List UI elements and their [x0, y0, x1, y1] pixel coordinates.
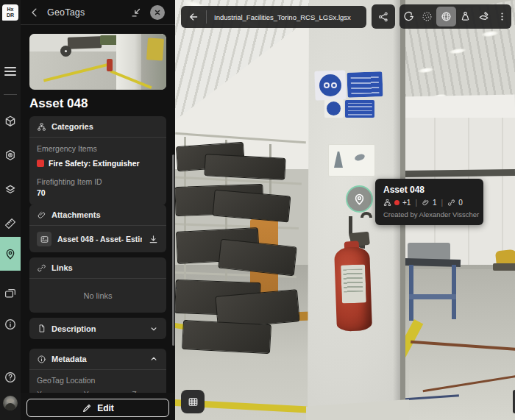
panel-bottom-bar: Edit	[21, 393, 175, 420]
walkthrough-pegman-button[interactable]	[457, 8, 475, 26]
scene-bench-shelf	[409, 294, 456, 299]
collections-icon[interactable]	[3, 286, 18, 301]
tooltip-link-count: 0	[458, 199, 463, 207]
scene-rack-part	[213, 190, 291, 223]
thumb-scan-target-dot	[65, 50, 67, 52]
tooltip-separator: |	[440, 199, 445, 207]
document-icon	[37, 324, 46, 333]
geotag-location-label: GeoTag Location	[37, 376, 159, 385]
scene-sign-text-blue	[347, 71, 383, 98]
attachments-header[interactable]: Attachments	[29, 204, 166, 226]
geotag-panel: GeoTags Asset 048	[21, 0, 175, 420]
tooltip-link-icon	[447, 199, 455, 207]
scene-sign-goggles-lens	[324, 82, 330, 88]
nav-rail: Hx DR	[0, 0, 21, 420]
chevron-up-icon[interactable]	[149, 354, 159, 364]
capture-360-icon[interactable]	[3, 148, 18, 163]
table-view-button[interactable]	[181, 390, 205, 413]
thumb-floor-line	[43, 62, 113, 82]
paperclip-icon	[37, 210, 46, 220]
more-options-kebab[interactable]	[493, 8, 511, 26]
user-avatar[interactable]	[3, 396, 18, 410]
category-item-label: Fire Safety: Extinguisher	[49, 159, 140, 168]
tooltip-paperclip-icon	[422, 199, 430, 207]
download-icon[interactable]	[148, 234, 159, 245]
help-icon[interactable]	[3, 370, 18, 385]
scene-bench-leg	[452, 265, 456, 319]
tooltip-category-extra: +1	[402, 199, 411, 207]
thumb-shelf-yellow	[146, 38, 164, 60]
category-group-label: Emergency Items	[37, 144, 159, 153]
orbit-view-button[interactable]	[400, 8, 418, 26]
tooltip-attachment-count: 1	[433, 199, 437, 207]
pointcloud-view-button[interactable]	[418, 8, 436, 26]
panel-title: GeoTags	[47, 7, 85, 18]
attachments-header-label: Attachments	[52, 210, 101, 219]
scene-sign-instructions	[328, 144, 375, 177]
category-item[interactable]: Fire Safety: Extinguisher	[37, 156, 159, 169]
viewport-3d[interactable]: Asset 048 +1 | 1 | 0 Created by Alexande…	[175, 0, 515, 420]
geotags-pin-selected[interactable]	[0, 237, 21, 271]
geotags-pin-icon	[3, 246, 18, 261]
back-arrow-icon[interactable]	[181, 6, 206, 28]
scene-sign-goggles	[319, 74, 341, 96]
hxdr-logo-line2: DR	[2, 13, 18, 18]
geotag-marker[interactable]	[346, 185, 373, 213]
tooltip-created-by: Created by Alexander Visscher	[383, 210, 475, 218]
scene-yellow-equipment-base	[493, 263, 515, 271]
info-icon[interactable]	[3, 317, 18, 332]
close-icon[interactable]	[150, 5, 165, 20]
projects-cube-icon[interactable]	[3, 114, 18, 129]
attachment-row[interactable]: Asset 048 - Asset- Estintore ...	[29, 226, 166, 252]
asset-tooltip[interactable]: Asset 048 +1 | 1 | 0 Created by Alexande…	[375, 179, 483, 225]
scene-sign-goggles-lens	[331, 82, 337, 88]
categories-body: Emergency Items Fire Safety: Extinguishe…	[29, 138, 166, 205]
mesh-edit-button[interactable]	[475, 8, 493, 26]
description-header[interactable]: Description	[29, 318, 166, 339]
layers-icon[interactable]	[3, 182, 18, 197]
categories-header-label: Categories	[52, 122, 93, 131]
scene-sign-shoe	[327, 102, 341, 115]
edit-button[interactable]: Edit	[26, 399, 169, 417]
category-color-swatch	[37, 160, 44, 167]
collapse-icon[interactable]	[129, 6, 143, 19]
share-button[interactable]	[372, 4, 395, 29]
panel-scrollbar[interactable]	[172, 154, 174, 346]
categories-icon	[37, 122, 46, 132]
chevron-down-icon[interactable]	[149, 324, 159, 334]
tooltip-categories-icon	[383, 199, 391, 207]
metadata-header-label: Metadata	[52, 355, 87, 363]
links-header[interactable]: Links	[29, 257, 166, 279]
scene-rack-part	[182, 320, 271, 354]
firefighting-id-label: Firefighting Item ID	[37, 177, 159, 186]
textured-mesh-view-button[interactable]	[436, 7, 456, 26]
edit-button-label: Edit	[97, 403, 114, 413]
tooltip-category-dot	[394, 200, 399, 205]
file-bar: Industrial_Facilities_Torino_RCS_LGSx.lg…	[181, 6, 366, 28]
tooltip-meta-row: +1 | 1 | 0	[383, 199, 475, 207]
tooltip-separator: |	[413, 199, 419, 207]
hxdr-logo[interactable]: Hx DR	[2, 4, 18, 21]
asset-title: Asset 048	[29, 96, 88, 111]
geotag-thumbnail[interactable]	[29, 34, 166, 90]
image-file-icon	[37, 232, 52, 246]
hxdr-logo-line1: Hx	[2, 7, 18, 13]
menu-icon[interactable]	[4, 67, 16, 76]
view-toolbar	[399, 4, 511, 29]
thumb-extinguisher	[107, 59, 113, 71]
back-icon[interactable]	[28, 6, 41, 19]
scene-bench-leg	[409, 265, 413, 321]
rail-divider	[4, 94, 17, 95]
metadata-info-icon	[37, 355, 46, 364]
attachments-card: Attachments Asset 048 - Asset- Estintore…	[29, 204, 166, 252]
file-name: Industrial_Facilities_Torino_RCS_LGSx.lg…	[207, 13, 358, 21]
categories-header[interactable]: Categories	[29, 116, 166, 138]
links-header-label: Links	[52, 263, 73, 272]
metadata-header[interactable]: Metadata	[29, 349, 166, 370]
pencil-icon	[82, 403, 92, 413]
links-empty-text: No links	[29, 279, 166, 313]
scene-rack-part	[204, 154, 285, 180]
measure-ruler-icon[interactable]	[3, 216, 18, 231]
link-icon	[37, 263, 46, 273]
panel-header: GeoTags	[21, 0, 175, 25]
